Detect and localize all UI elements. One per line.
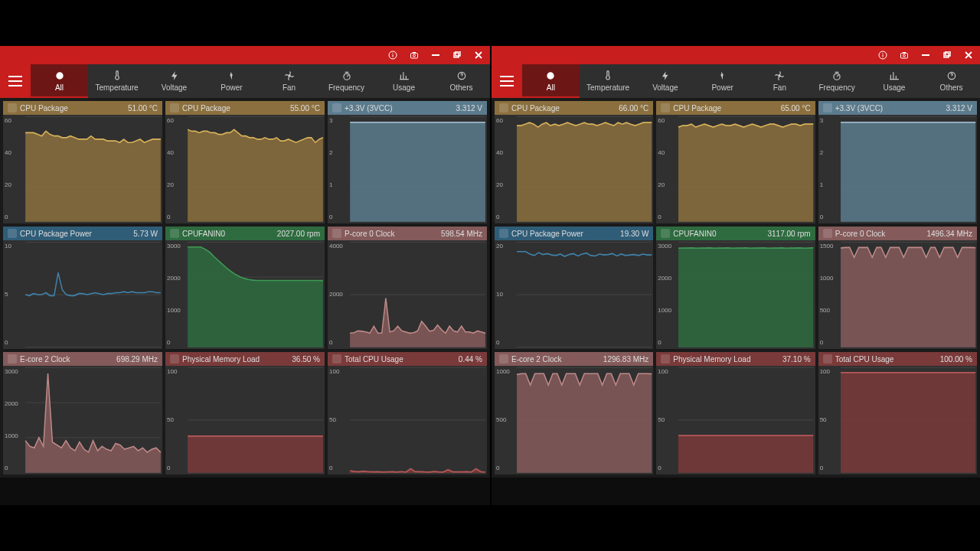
metric-card[interactable]: CPU Package 55.00 °C 6040200 [165,101,325,223]
metric-label: Total CPU Usage [835,355,940,364]
minimize-icon[interactable] [430,50,441,60]
tab-label: Usage [883,83,905,92]
metric-label: E-core 2 Clock [20,355,116,364]
card-header: +3.3V (3VCC) 3.312 V [328,101,487,115]
metric-value: 66.00 °C [619,104,648,112]
nav-row: All Temperature Voltage Power Fan Freque… [492,64,980,98]
tab-all[interactable]: All [31,64,88,98]
metric-label: CPU Package [511,104,619,112]
metric-badge-icon [332,354,341,364]
camera-icon[interactable] [409,50,420,60]
metric-card[interactable]: Physical Memory Load 36.50 % 100500 [165,352,325,474]
metric-badge-icon [170,103,179,112]
metric-grid: CPU Package 66.00 °C 6040200 CPU Package… [492,98,980,478]
metric-card[interactable]: CPU Package Power 5.73 W 1050 [3,227,162,349]
metric-card[interactable]: E-core 2 Clock 1296.83 MHz 10005000 [495,352,653,474]
tab-label: Fan [773,83,786,92]
tab-label: Power [220,83,242,92]
metric-label: Total CPU Usage [345,355,459,364]
tab-frequency[interactable]: Frequency [808,64,866,98]
tab-usage[interactable]: Usage [866,64,923,98]
metric-value: 598.54 MHz [441,230,482,238]
card-header: CPUFANIN0 2027.00 rpm [165,227,325,240]
tab-usage[interactable]: Usage [375,64,433,98]
svg-point-56 [834,73,840,80]
metric-value: 698.29 MHz [116,355,158,364]
chart-area: 3210 [818,115,977,223]
tab-temperature[interactable]: Temperature [580,64,637,98]
card-header: CPU Package Power 5.73 W [3,227,162,240]
metric-card[interactable]: P-core 0 Clock 1496.34 MHz 150010005000 [818,227,977,349]
tab-fan[interactable]: Fan [751,64,808,98]
close-icon[interactable] [963,50,974,60]
metric-value: 3.312 V [946,104,972,112]
metric-value: 5.73 W [133,230,158,238]
menu-button[interactable] [492,64,522,98]
metric-value: 19.30 W [620,230,648,238]
metric-card[interactable]: CPU Package 66.00 °C 6040200 [495,101,653,223]
metric-value: 55.00 °C [290,104,320,112]
tab-label: Frequency [819,83,855,92]
metric-card[interactable]: CPU Package Power 19.30 W 20100 [495,227,653,349]
metric-card[interactable]: Physical Memory Load 37.10 % 100500 [656,352,815,474]
metric-card[interactable]: E-core 2 Clock 698.29 MHz 3000200010000 [3,352,162,474]
metric-card[interactable]: CPUFANIN0 2027.00 rpm 3000200010000 [165,227,325,349]
tab-temperature[interactable]: Temperature [88,64,145,98]
svg-rect-7 [454,53,459,57]
close-icon[interactable] [473,50,484,60]
chart-area: 100500 [818,366,977,474]
metric-value: 1296.83 MHz [603,355,648,364]
menu-button[interactable] [0,64,31,98]
svg-rect-48 [901,54,908,59]
metric-badge-icon [823,229,832,238]
info-icon[interactable] [877,50,888,60]
metric-label: P-core 0 Clock [345,230,441,238]
minimize-icon[interactable] [920,50,931,60]
metric-card[interactable]: +3.3V (3VCC) 3.312 V 3210 [818,101,977,223]
chart-area: 6040200 [495,115,653,223]
svg-rect-50 [903,52,906,54]
tab-voltage[interactable]: Voltage [145,64,203,98]
maximize-icon[interactable] [942,50,952,60]
metric-card[interactable]: Total CPU Usage 100.00 % 100500 [818,352,977,474]
svg-rect-1 [393,54,394,57]
metric-card[interactable]: CPU Package 51.00 °C 6040200 [3,101,162,223]
metric-badge-icon [170,354,179,364]
metric-card[interactable]: +3.3V (3VCC) 3.312 V 3210 [328,101,487,223]
metric-card[interactable]: Total CPU Usage 0.44 % 100500 [328,352,487,474]
all-icon [52,70,67,82]
card-header: CPU Package 55.00 °C [165,101,325,115]
chart-area: 100500 [656,366,815,474]
card-header: Physical Memory Load 36.50 % [165,352,325,366]
chart-area: 6040200 [3,115,162,223]
tab-fan[interactable]: Fan [260,64,318,98]
camera-icon[interactable] [899,50,910,60]
svg-rect-2 [393,53,394,54]
chart-area: 3000200010000 [3,366,162,474]
metric-label: CPU Package [182,104,290,112]
maximize-icon[interactable] [452,50,462,60]
tab-power[interactable]: Power [694,64,751,98]
info-icon[interactable] [387,50,398,60]
metric-label: +3.3V (3VCC) [345,104,456,112]
tab-all[interactable]: All [522,64,580,98]
metric-badge-icon [332,103,341,112]
metric-label: CPU Package [20,104,128,112]
metric-value: 1496.34 MHz [927,230,972,238]
metric-card[interactable]: P-core 0 Clock 598.54 MHz 400020000 [328,227,487,349]
tab-frequency[interactable]: Frequency [318,64,375,98]
metric-grid: CPU Package 51.00 °C 6040200 CPU Package… [0,98,490,478]
metric-value: 51.00 °C [128,104,158,112]
tab-power[interactable]: Power [203,64,260,98]
metric-badge-icon [499,103,508,112]
tab-others[interactable]: Others [433,64,490,98]
svg-point-49 [903,54,906,57]
svg-point-55 [779,74,780,76]
chart-area: 6040200 [165,115,325,223]
tab-voltage[interactable]: Voltage [637,64,694,98]
metric-card[interactable]: CPUFANIN0 3117.00 rpm 3000200010000 [656,227,815,349]
metric-card[interactable]: CPU Package 65.00 °C 6040200 [656,101,815,223]
tab-others[interactable]: Others [923,64,980,98]
footer [0,478,490,505]
metric-badge-icon [661,103,670,112]
